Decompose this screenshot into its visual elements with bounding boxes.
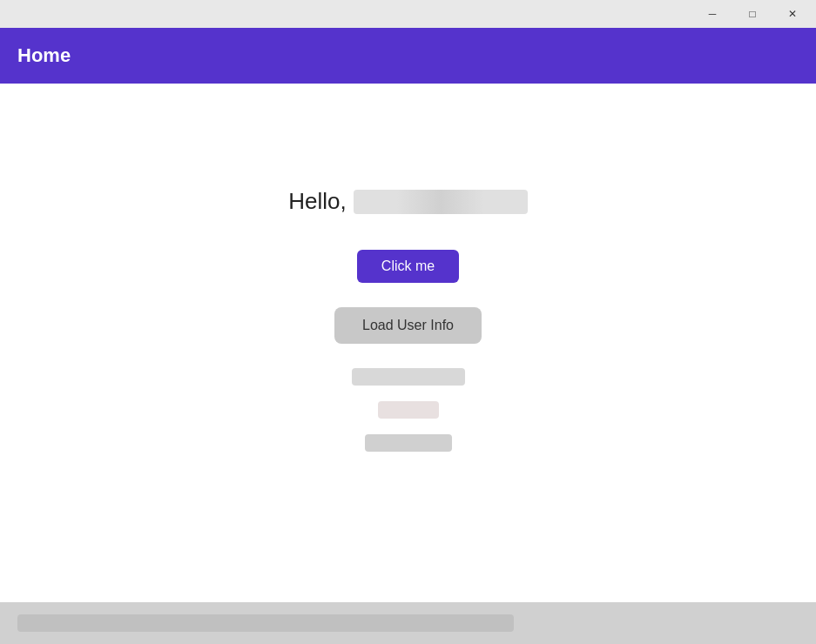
app-title: Home: [17, 44, 71, 67]
click-me-button[interactable]: Click me: [357, 250, 459, 283]
window-controls: ─ □ ✕: [692, 0, 813, 28]
hello-row: Hello,: [288, 188, 527, 215]
main-content: Hello, Click me Load User Info: [0, 84, 816, 644]
app-header: Home: [0, 28, 816, 84]
close-button[interactable]: ✕: [772, 0, 813, 28]
skeleton-placeholder-medium: [365, 434, 452, 452]
maximize-button[interactable]: □: [732, 0, 772, 28]
skeleton-placeholder-wide: [352, 368, 465, 386]
username-placeholder: [354, 190, 528, 214]
skeleton-placeholder-small: [378, 401, 439, 419]
hello-text: Hello,: [288, 188, 346, 215]
minimize-button[interactable]: ─: [692, 0, 732, 28]
bottom-bar-content: [17, 614, 514, 632]
title-bar: ─ □ ✕: [0, 0, 816, 28]
load-user-button[interactable]: Load User Info: [334, 307, 482, 344]
bottom-bar: [0, 602, 816, 644]
app-window: Home Hello, Click me Load User Info: [0, 28, 816, 644]
